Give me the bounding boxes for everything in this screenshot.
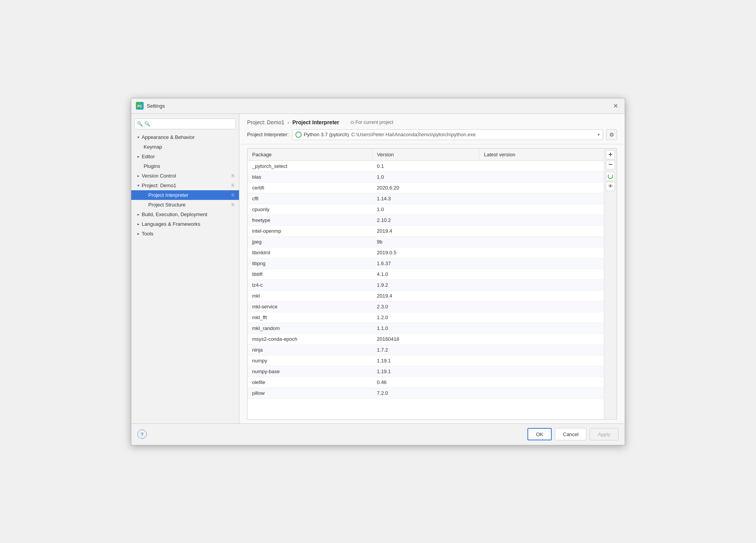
- close-button[interactable]: ✕: [611, 101, 620, 110]
- table-row[interactable]: jpeg 9b: [247, 236, 604, 247]
- chevron-right-icon: ▸: [137, 212, 139, 217]
- package-version: 1.6.37: [372, 258, 479, 269]
- footer: ? OK Cancel Apply: [131, 423, 625, 445]
- table-row[interactable]: numpy-base 1.19.1: [247, 366, 604, 377]
- table-row[interactable]: intel-openmp 2019.4: [247, 225, 604, 236]
- table-row[interactable]: mkl_fft 1.2.0: [247, 312, 604, 323]
- table-row[interactable]: blas 1.0: [247, 171, 604, 182]
- svg-text:PC: PC: [137, 104, 142, 108]
- sidebar-item-build-execution[interactable]: ▸ Build, Execution, Deployment: [131, 210, 239, 219]
- package-version: 1.2.0: [372, 312, 479, 323]
- chevron-right-icon: ▸: [137, 232, 139, 236]
- package-version: 0.46: [372, 377, 479, 387]
- sidebar-item-languages-frameworks[interactable]: ▸ Languages & Frameworks: [131, 219, 239, 229]
- cancel-button[interactable]: Cancel: [555, 428, 586, 440]
- table-row[interactable]: certifi 2020.6.20: [247, 182, 604, 193]
- table-row[interactable]: msys2-conda-epoch 20160418: [247, 333, 604, 344]
- package-name: jpeg: [247, 236, 372, 247]
- table-row[interactable]: lz4-c 1.9.2: [247, 279, 604, 290]
- package-name: blas: [247, 171, 372, 182]
- remove-package-button[interactable]: −: [606, 160, 615, 169]
- breadcrumb-arrow: ›: [287, 119, 289, 125]
- package-name: intel-openmp: [247, 225, 372, 236]
- search-box[interactable]: 🔍: [134, 118, 236, 129]
- breadcrumb: Project: Demo1 › Project Interpreter ⊙ F…: [247, 119, 617, 125]
- package-latest: [479, 225, 604, 236]
- table-row[interactable]: pillow 7.2.0: [247, 387, 604, 398]
- table-row[interactable]: numpy 1.19.1: [247, 355, 604, 366]
- sidebar-item-project-structure[interactable]: Project Structure ⎘: [131, 200, 239, 210]
- package-version: 7.2.0: [372, 387, 479, 398]
- sidebar-item-tools[interactable]: ▸ Tools: [131, 229, 239, 239]
- package-name: ninja: [247, 344, 372, 355]
- sidebar-item-plugins[interactable]: Plugins: [131, 161, 239, 171]
- ok-button[interactable]: OK: [527, 428, 552, 440]
- sidebar-item-version-control[interactable]: ▸ Version Control ⎘: [131, 171, 239, 181]
- package-name: certifi: [247, 182, 372, 193]
- package-latest: [479, 323, 604, 333]
- sidebar-item-label: Build, Execution, Deployment: [142, 211, 207, 217]
- interpreter-settings-button[interactable]: ⚙: [606, 129, 617, 140]
- package-latest: [479, 301, 604, 312]
- package-version: 1.0: [372, 171, 479, 182]
- sidebar-item-keymap[interactable]: Keymap: [131, 142, 239, 152]
- package-version: 2019.4: [372, 290, 479, 301]
- package-latest: [479, 387, 604, 398]
- table-header-row: Package Version Latest version: [247, 149, 604, 161]
- chevron-down-icon: ▾: [598, 132, 600, 137]
- titlebar: PC Settings ✕: [131, 98, 625, 114]
- package-version: 2020.6.20: [372, 182, 479, 193]
- package-name: mkl_random: [247, 323, 372, 333]
- main-panel: Project: Demo1 › Project Interpreter ⊙ F…: [239, 114, 625, 423]
- sidebar-item-project-interpreter[interactable]: Project Interpreter ⎘: [131, 190, 239, 200]
- chevron-down-icon: ▾: [137, 135, 139, 139]
- column-header-package: Package: [247, 149, 372, 161]
- copy-icon: ⎘: [232, 183, 234, 188]
- interpreter-label: Project Interpreter:: [247, 132, 289, 137]
- upgrade-package-button[interactable]: [606, 172, 615, 181]
- package-version: 20160418: [372, 333, 479, 344]
- package-version: 1.0: [372, 204, 479, 215]
- sidebar-item-appearance[interactable]: ▾ Appearance & Behavior: [131, 132, 239, 142]
- table-row[interactable]: cpuonly 1.0: [247, 204, 604, 215]
- package-latest: [479, 161, 604, 171]
- package-version: 0.1: [372, 161, 479, 171]
- package-latest: [479, 171, 604, 182]
- search-input[interactable]: [144, 121, 233, 127]
- package-name: _pytorch_select: [247, 161, 372, 171]
- package-name: pillow: [247, 387, 372, 398]
- package-latest: [479, 204, 604, 215]
- apply-button[interactable]: Apply: [590, 428, 619, 440]
- table-row[interactable]: libpng 1.6.37: [247, 258, 604, 269]
- table-row[interactable]: mkl 2019.4: [247, 290, 604, 301]
- package-version: 2019.0.5: [372, 247, 479, 258]
- sidebar-item-project-demo1[interactable]: ▾ Project: Demo1 ⎘: [131, 181, 239, 190]
- column-header-version: Version: [372, 149, 479, 161]
- package-name: cffi: [247, 193, 372, 204]
- sidebar-item-label: Keymap: [144, 144, 162, 150]
- table-row[interactable]: _pytorch_select 0.1: [247, 161, 604, 171]
- table-row[interactable]: freetype 2.10.2: [247, 215, 604, 225]
- table-row[interactable]: olefile 0.46: [247, 377, 604, 387]
- table-row[interactable]: ninja 1.7.2: [247, 344, 604, 355]
- footer-left: ?: [137, 430, 147, 439]
- table-row[interactable]: cffi 1.14.3: [247, 193, 604, 204]
- package-name: lz4-c: [247, 279, 372, 290]
- package-version: 1.1.0: [372, 323, 479, 333]
- sidebar-item-editor[interactable]: ▸ Editor: [131, 152, 239, 161]
- table-row[interactable]: mkl_random 1.1.0: [247, 323, 604, 333]
- show-paths-button[interactable]: 👁: [606, 182, 615, 191]
- sidebar-item-label: Languages & Frameworks: [142, 221, 200, 227]
- table-row[interactable]: mkl-service 2.3.0: [247, 301, 604, 312]
- interpreter-row: Project Interpreter: Python 3.7 (pytorch…: [247, 129, 617, 140]
- package-name: mkl: [247, 290, 372, 301]
- package-version: 1.7.2: [372, 344, 479, 355]
- help-button[interactable]: ?: [137, 430, 147, 439]
- package-version: 9b: [372, 236, 479, 247]
- chevron-down-icon: ▾: [137, 183, 139, 188]
- interpreter-dropdown[interactable]: Python 3.7 (pytorch) C:\Users\Peter Hai\…: [292, 129, 603, 140]
- table-row[interactable]: libmklml 2019.0.5: [247, 247, 604, 258]
- add-package-button[interactable]: +: [606, 150, 615, 159]
- table-row[interactable]: libtiff 4.1.0: [247, 269, 604, 279]
- sidebar-item-label: Plugins: [144, 163, 160, 169]
